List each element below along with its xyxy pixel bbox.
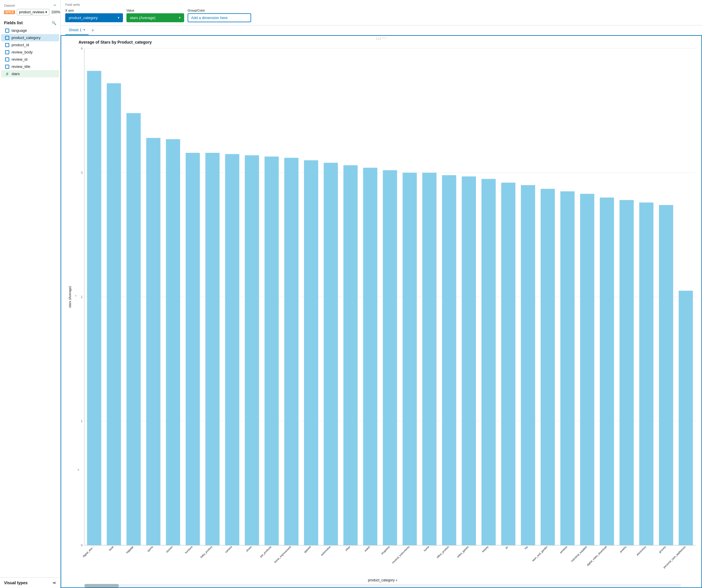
bar-pc[interactable]: [501, 183, 515, 545]
bar-kitchen[interactable]: [166, 139, 180, 545]
dataset-name-text: product_reviews: [19, 10, 44, 14]
zoom-level: 100%: [51, 10, 60, 14]
bar-apparel[interactable]: [304, 160, 318, 545]
chart-scrollbar[interactable]: [84, 584, 681, 587]
dimension-icon: [5, 50, 9, 54]
bar-office_product[interactable]: [442, 175, 456, 545]
field-item-product_category[interactable]: product_category: [1, 34, 59, 41]
bar-wireless[interactable]: [560, 191, 574, 546]
svg-text:video_games: video_games: [456, 545, 469, 558]
measure-icon: #: [5, 72, 9, 76]
svg-text:furniture: furniture: [185, 545, 193, 554]
dimension-icon: [5, 58, 9, 62]
field-wells-bar: Field wells X axis product_category ▾ Va…: [61, 0, 702, 25]
field-name: product_id: [12, 43, 29, 47]
svg-text:0: 0: [81, 544, 83, 547]
bar-personal_care_appliances[interactable]: [679, 291, 693, 546]
bar-shoes[interactable]: [245, 156, 259, 545]
svg-text:camera: camera: [225, 545, 233, 553]
search-icon[interactable]: 🔍: [52, 21, 56, 25]
x-axis-value: product_category: [69, 16, 98, 20]
bar-video_games[interactable]: [462, 177, 476, 545]
dataset-label-row: Dataset ✏: [4, 3, 56, 7]
field-item-product_id[interactable]: product_id: [1, 41, 59, 48]
tab-sheet-1[interactable]: Sheet 1 ▾: [65, 25, 89, 35]
bar-luggage[interactable]: [126, 113, 141, 545]
bar-industrial_supplies[interactable]: [580, 194, 594, 545]
bar-home[interactable]: [422, 173, 437, 545]
dimension-icon: [5, 28, 9, 33]
value-well: Value stars (Average) ▾: [126, 9, 184, 22]
bar-jewelry[interactable]: [619, 200, 633, 545]
chart-inner: 01234stars (Average)digital_ebo...booklu…: [61, 45, 701, 587]
field-item-review_body[interactable]: review_body: [1, 48, 59, 56]
svg-text:apparel: apparel: [304, 545, 312, 553]
visual-types-label: Visual types: [4, 581, 27, 585]
svg-text:sports: sports: [147, 545, 154, 553]
bar-grocery[interactable]: [659, 205, 673, 545]
svg-text:stars (Average): stars (Average): [68, 286, 72, 308]
scrollbar-thumb[interactable]: [84, 584, 119, 587]
bar-watch[interactable]: [363, 168, 377, 545]
bar-camera[interactable]: [225, 154, 239, 546]
bar-baby_product[interactable]: [206, 153, 220, 545]
chevron-down-icon: ▾: [45, 10, 47, 14]
field-item-stars[interactable]: #stars: [1, 70, 59, 77]
field-name: review_id: [12, 57, 27, 62]
svg-text:electronics: electronics: [636, 545, 647, 556]
add-sheet-button[interactable]: +: [89, 26, 97, 35]
svg-text:pet_products: pet_products: [259, 545, 272, 558]
bar-digital_video_download[interactable]: [600, 198, 614, 545]
svg-text:4: 4: [81, 47, 83, 50]
tab-sheet-1-label: Sheet 1: [69, 28, 82, 32]
field-item-language[interactable]: language: [1, 27, 59, 34]
chart-container: Average of Stars by Product_category 012…: [61, 35, 702, 588]
svg-text:personal_care_appliances: personal_care_appliances: [663, 545, 686, 569]
field-item-review_id[interactable]: review_id: [1, 56, 59, 63]
svg-text:musical_instruments: musical_instruments: [391, 545, 410, 564]
bar-digital_ebo...[interactable]: [87, 71, 101, 545]
x-axis-chevron-icon: ▾: [118, 16, 119, 20]
tab-sheet-1-chevron-icon: ▾: [84, 28, 85, 32]
value-pill[interactable]: stars (Average) ▾: [126, 13, 184, 22]
bar-electronics[interactable]: [639, 202, 654, 545]
bar-drugstore[interactable]: [383, 170, 397, 545]
svg-text:office_product: office_product: [436, 545, 449, 559]
fields-list-header: Fields list 🔍: [0, 18, 60, 27]
bar-furniture[interactable]: [186, 153, 200, 545]
field-wells-title: Field wells: [65, 3, 697, 6]
bar-book[interactable]: [107, 83, 121, 545]
app-container: Dataset ✏ SPICE product_reviews ▾ 100% F…: [0, 0, 702, 588]
fields-list-title: Fields list: [4, 20, 23, 25]
value-label: Value: [126, 9, 184, 12]
svg-text:baby_product: baby_product: [200, 545, 213, 559]
svg-text:grocery: grocery: [659, 545, 667, 554]
x-axis-bottom-text: product_category: [368, 578, 395, 582]
svg-text:›: ›: [75, 293, 77, 298]
x-axis-pill[interactable]: product_category ▾: [65, 13, 123, 22]
bar-sports[interactable]: [146, 138, 160, 545]
dataset-section: Dataset ✏ SPICE product_reviews ▾ 100%: [0, 0, 60, 18]
field-item-review_title[interactable]: review_title: [1, 63, 59, 70]
group-color-placeholder[interactable]: Add a dimension here: [188, 13, 251, 22]
dimension-icon: [5, 43, 9, 47]
svg-text:lawn_and_garden: lawn_and_garden: [532, 545, 548, 562]
svg-text:other: other: [345, 545, 351, 552]
main-layout: Dataset ✏ SPICE product_reviews ▾ 100% F…: [0, 0, 702, 588]
svg-text:wireless: wireless: [559, 545, 568, 554]
bar-beauty[interactable]: [481, 179, 496, 546]
x-axis-label: X axis: [65, 9, 123, 12]
bar-toy[interactable]: [521, 185, 535, 545]
bar-lawn_and_garden[interactable]: [541, 189, 555, 545]
dataset-name-button[interactable]: product_reviews ▾: [17, 9, 49, 15]
bar-musical_instruments[interactable]: [403, 173, 417, 545]
bar-pet_products[interactable]: [264, 157, 278, 545]
bar-automotive[interactable]: [324, 163, 338, 545]
edit-icon[interactable]: ✏: [54, 3, 56, 7]
bar-home_improvement[interactable]: [284, 158, 299, 545]
tabs-bar: Sheet 1 ▾ +: [61, 25, 702, 35]
spice-badge: SPICE: [4, 10, 15, 14]
bar-other[interactable]: [344, 165, 358, 545]
visual-types-section[interactable]: Visual types ≪: [0, 577, 60, 588]
x-axis-well: X axis product_category ▾: [65, 9, 123, 22]
